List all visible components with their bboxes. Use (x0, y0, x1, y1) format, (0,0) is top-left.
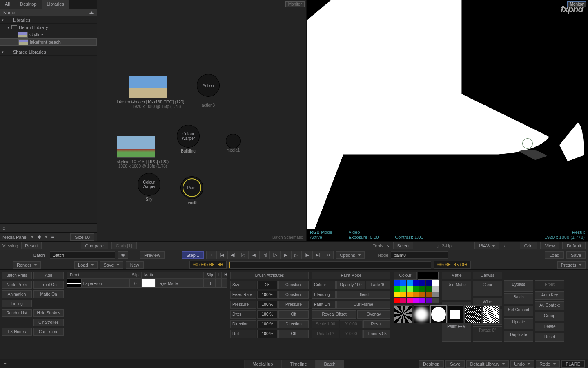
hide-strokes-button[interactable]: Hide Strokes (33, 309, 64, 317)
media-panel-label[interactable]: Media Panel (2, 235, 27, 240)
brush-param-value[interactable]: 100 % (257, 320, 278, 328)
grab-button[interactable]: Grab [1] (111, 242, 137, 249)
palette-swatch[interactable] (426, 298, 432, 303)
view-button[interactable]: View (540, 242, 559, 249)
front-header[interactable]: Front (67, 272, 129, 279)
brush-preset-round[interactable] (430, 305, 447, 323)
tab-mediahub[interactable]: MediaHub (244, 360, 281, 368)
brush-param-mode[interactable]: Constant (278, 281, 309, 289)
l-cell[interactable] (216, 279, 221, 288)
result-button[interactable]: Result (363, 320, 390, 328)
slip-header2[interactable]: Slip (203, 272, 216, 279)
node-name-input[interactable]: paint8 (391, 251, 448, 259)
preview-button[interactable]: Preview (140, 251, 165, 259)
opacity-button[interactable]: Opacity 100 (336, 281, 365, 289)
brush-param-value[interactable]: 100 % (257, 301, 278, 309)
group-button[interactable]: Group (535, 312, 564, 321)
transport-nudge-back[interactable]: ◁| (259, 251, 270, 259)
arrow-tool-icon[interactable]: ↖ (386, 243, 390, 249)
brush-param-value[interactable]: 100 % (257, 291, 278, 299)
list-icon[interactable] (51, 234, 54, 240)
brush-param-value[interactable]: 25 (257, 281, 278, 289)
star-icon[interactable] (3, 361, 7, 366)
action-node[interactable]: Action action3 (197, 74, 219, 108)
monitor-tag[interactable]: Monitor (567, 1, 586, 7)
cur-frame-button[interactable]: Cur Frame (336, 301, 390, 309)
timing-button[interactable]: Timing (2, 300, 32, 307)
palette-swatch[interactable] (394, 298, 400, 303)
brush-param-mode[interactable]: Off (278, 330, 309, 338)
duplicate-button[interactable]: Duplicate (504, 331, 533, 342)
transport-last[interactable]: ▶| (312, 251, 323, 259)
palette-swatch[interactable] (426, 280, 432, 286)
palette-swatch[interactable] (394, 286, 400, 292)
palette-swatch[interactable] (413, 292, 419, 297)
transport-first[interactable]: |◀ (217, 251, 227, 259)
transport-pause[interactable]: ⏸ (206, 251, 217, 259)
dropdown-icon[interactable] (31, 236, 34, 238)
layer-slip-value2[interactable]: 0 (204, 279, 216, 288)
brush-param-mode[interactable]: Pressure (278, 301, 309, 309)
front-button[interactable]: Front (535, 280, 564, 289)
save-button[interactable]: Save (445, 360, 465, 368)
palette-swatch[interactable] (419, 298, 425, 303)
overlay-button[interactable]: Overlay (357, 310, 390, 319)
palette-swatch[interactable] (413, 286, 419, 292)
palette-swatch[interactable] (419, 292, 425, 297)
brush-param-mode[interactable]: Direction (278, 320, 309, 328)
step-button[interactable]: Step 1 (182, 251, 204, 259)
viewer-panel[interactable]: Monitor fxphd RGB Mode Active Video Expo… (306, 0, 588, 241)
undo-dropdown[interactable]: Undo (510, 360, 534, 368)
viewing-dropdown[interactable]: Result (21, 242, 41, 249)
transport-nudge-fwd[interactable]: |▷ (270, 251, 281, 259)
palette-swatch[interactable] (394, 292, 400, 297)
library-dropdown[interactable]: Default Library (466, 360, 509, 368)
current-colour-swatch[interactable] (418, 272, 439, 280)
brush-param-mode[interactable]: Constant (278, 291, 309, 299)
delete-button[interactable]: Delete (535, 323, 564, 332)
dropdown-icon[interactable] (45, 236, 48, 238)
tree-item-skyline[interactable]: skyline (0, 31, 97, 38)
batch-name-input[interactable]: Batch (50, 251, 115, 259)
desktop-button[interactable]: Desktop (419, 360, 444, 368)
rotate-button[interactable]: Rotate 0° (473, 326, 502, 342)
timecode-start[interactable]: 00:00:00+00 (189, 261, 227, 269)
slip-header[interactable]: Slip (129, 272, 141, 279)
tab-timeline[interactable]: Timeline (281, 360, 315, 368)
load-dropdown[interactable]: Load (74, 261, 97, 269)
set-context-button[interactable]: Set Context (504, 306, 533, 317)
save-button[interactable]: Save (566, 251, 586, 259)
transport-step-fwd[interactable]: ▷| (291, 251, 302, 259)
colour-warper-node-building[interactable]: Colour Warper Building (177, 125, 199, 153)
fade-button[interactable]: Fade 10 (366, 281, 390, 289)
tab-batch[interactable]: Batch (316, 360, 344, 368)
home-icon[interactable]: ⌂ (502, 243, 505, 248)
palette-swatch[interactable] (426, 286, 432, 292)
x-value[interactable]: X 0.00 (340, 320, 362, 328)
brush-preset-noise[interactable] (394, 305, 412, 323)
update-button[interactable]: Update (504, 318, 533, 329)
palette-swatch[interactable] (400, 286, 406, 292)
thumbnail-size[interactable]: Size 80 (70, 233, 94, 241)
y-value[interactable]: Y 0.00 (340, 330, 362, 338)
split-icon[interactable]: ▯ (436, 243, 439, 249)
clear-button[interactable]: Clear (473, 281, 502, 296)
tab-desktop[interactable]: Desktop (15, 0, 42, 9)
palette-swatch[interactable] (407, 280, 413, 286)
palette-swatch[interactable] (413, 298, 419, 303)
playhead[interactable] (229, 262, 230, 268)
gear-icon[interactable] (37, 234, 41, 240)
batch-prefs-button[interactable]: Batch Prefs (2, 272, 32, 279)
tree-shared-libraries[interactable]: ▾ Shared Libraries (0, 48, 97, 56)
tree-item-lakefront[interactable]: lakefront-beach (0, 38, 97, 46)
fx-nodes-button[interactable]: FX Nodes (2, 328, 32, 336)
blend-button[interactable]: Blend (336, 291, 390, 299)
brush-param-value[interactable]: 100 % (257, 310, 278, 319)
add-button[interactable]: Add (33, 272, 64, 279)
palette-swatch[interactable] (432, 286, 439, 292)
name-column-header[interactable]: Name (0, 9, 97, 16)
timeline-track[interactable] (229, 261, 431, 269)
animation-button[interactable]: Animation (2, 290, 32, 298)
clr-strokes-button[interactable]: Clr Strokes (33, 319, 64, 326)
colour-warper-node-sky[interactable]: Colour Warper Sky (138, 173, 160, 202)
